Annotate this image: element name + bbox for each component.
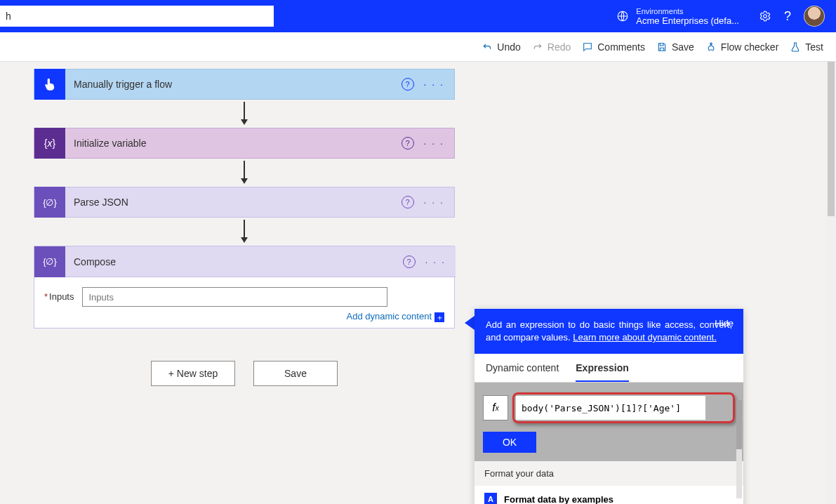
- ok-button[interactable]: OK: [483, 432, 536, 453]
- hide-panel-button[interactable]: Hide: [715, 317, 734, 330]
- touch-icon: [34, 69, 65, 100]
- step-title: Compose: [65, 256, 403, 267]
- step-compose: {∅} Compose ? · · · *Inputs Add dynamic …: [34, 246, 455, 329]
- search-input[interactable]: h: [0, 6, 274, 27]
- tab-expression[interactable]: Expression: [576, 362, 628, 382]
- action-toolbar: Undo Redo Comments Save Flow checker Tes…: [0, 32, 836, 62]
- search-value: h: [6, 11, 11, 22]
- more-icon[interactable]: · · ·: [424, 138, 444, 149]
- save-button[interactable]: Save: [656, 41, 694, 53]
- more-icon[interactable]: · · ·: [425, 256, 446, 267]
- undo-button[interactable]: Undo: [482, 41, 520, 53]
- step-parse-json[interactable]: {∅} Parse JSON ? · · ·: [34, 187, 455, 218]
- bottom-buttons: + New step Save: [34, 361, 455, 386]
- expression-area: fx OK: [475, 383, 743, 461]
- learn-more-link[interactable]: Learn more about dynamic content.: [573, 332, 717, 343]
- connector-arrow: [34, 218, 455, 246]
- svg-point-1: [764, 15, 767, 18]
- connector-arrow: [34, 100, 455, 128]
- step-title: Manually trigger a flow: [65, 79, 402, 90]
- panel-scrollbar[interactable]: [736, 400, 742, 498]
- panel-pointer: [465, 316, 475, 330]
- environment-icon: [616, 10, 629, 22]
- page-scrollbar[interactable]: [826, 62, 836, 504]
- panel-tabs: Dynamic content Expression: [475, 354, 743, 383]
- data-operation-icon: {∅}: [34, 246, 65, 277]
- inputs-label: *Inputs: [44, 287, 74, 302]
- gear-icon[interactable]: [759, 10, 771, 22]
- expression-input[interactable]: [516, 396, 705, 420]
- step-initialize-variable[interactable]: {x} Initialize variable ? · · ·: [34, 128, 455, 159]
- step-title: Initialize variable: [65, 138, 402, 149]
- add-dynamic-content-link[interactable]: Add dynamic content＋: [44, 311, 444, 322]
- avatar[interactable]: [804, 6, 825, 27]
- env-label: Environments: [636, 6, 739, 16]
- help-icon[interactable]: ?: [402, 78, 414, 91]
- step-compose-header[interactable]: {∅} Compose ? · · ·: [34, 246, 456, 277]
- dynamic-content-panel: Add an expression to do basic things lik…: [475, 309, 743, 504]
- fx-icon: fx: [483, 395, 508, 420]
- environment-picker[interactable]: Environments Acme Enterprises (defa...: [608, 6, 748, 26]
- format-icon: A: [484, 493, 497, 504]
- redo-button: Redo: [532, 41, 571, 53]
- panel-header: Add an expression to do basic things lik…: [475, 309, 743, 354]
- step-title: Parse JSON: [65, 197, 402, 208]
- save-flow-button[interactable]: Save: [253, 361, 338, 386]
- format-data-by-examples[interactable]: A Format data by examples: [475, 486, 743, 504]
- help-icon[interactable]: ?: [403, 256, 416, 268]
- compose-inputs-field[interactable]: [82, 287, 387, 307]
- step-trigger[interactable]: Manually trigger a flow ? · · ·: [34, 69, 455, 100]
- variable-icon: {x}: [34, 128, 65, 159]
- data-operation-icon: {∅}: [34, 187, 65, 218]
- flow-checker-button[interactable]: Flow checker: [705, 41, 778, 53]
- help-icon[interactable]: ?: [402, 137, 414, 150]
- more-icon[interactable]: · · ·: [424, 197, 444, 208]
- more-icon[interactable]: · · ·: [424, 79, 444, 90]
- help-icon[interactable]: ?: [784, 9, 791, 24]
- tab-dynamic-content[interactable]: Dynamic content: [486, 362, 559, 382]
- format-data-header: Format your data: [475, 461, 743, 486]
- test-button[interactable]: Test: [790, 41, 823, 53]
- top-bar: h Environments Acme Enterprises (defa...…: [0, 0, 836, 32]
- plus-icon: ＋: [434, 312, 444, 322]
- comments-button[interactable]: Comments: [582, 41, 645, 53]
- new-step-button[interactable]: + New step: [151, 361, 235, 386]
- help-icon[interactable]: ?: [402, 196, 414, 208]
- env-name: Acme Enterprises (defa...: [636, 16, 739, 26]
- connector-arrow: [34, 159, 455, 187]
